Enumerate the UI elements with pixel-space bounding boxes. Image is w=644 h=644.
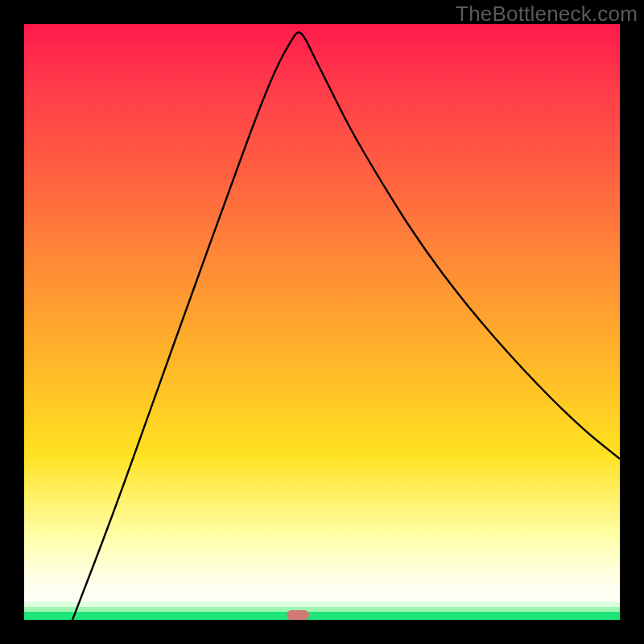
bottleneck-curve xyxy=(24,24,620,620)
watermark-text: TheBottleneck.com xyxy=(456,2,638,27)
bottleneck-marker xyxy=(287,610,309,620)
plot-frame xyxy=(24,24,620,620)
